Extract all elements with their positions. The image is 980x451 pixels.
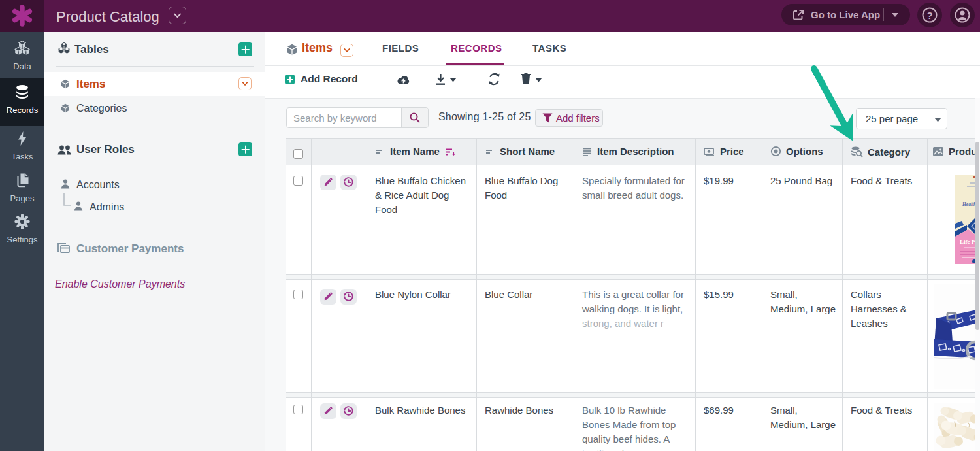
svg-text:?: ? bbox=[926, 10, 932, 21]
